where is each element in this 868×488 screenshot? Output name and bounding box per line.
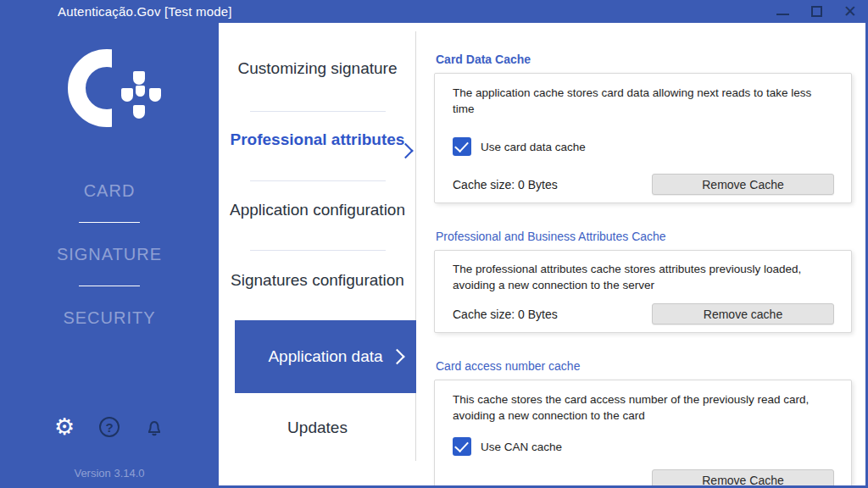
sidebar-divider bbox=[79, 286, 140, 286]
use-can-cache-row: Use CAN cache bbox=[453, 437, 834, 456]
section-box: This cache stores the card access number… bbox=[434, 380, 852, 488]
sidebar-item-signature[interactable]: SIGNATURE bbox=[0, 241, 219, 267]
maximize-icon bbox=[811, 6, 822, 17]
nav-separator bbox=[250, 180, 386, 181]
autenticacao-gov-logo bbox=[68, 49, 163, 130]
attributes-cache-section: Professional and Business Attributes Cac… bbox=[434, 230, 852, 333]
app-window: Autenticação.Gov [Test mode] ✕ bbox=[0, 0, 868, 488]
maximize-button[interactable] bbox=[805, 2, 827, 22]
sidebar-icon-row: ⚙ ? bbox=[0, 415, 219, 439]
nav-item-label: Professional attributes bbox=[231, 130, 405, 148]
use-card-data-cache-checkbox[interactable] bbox=[453, 137, 471, 156]
logo-shape bbox=[133, 71, 145, 85]
sidebar-item-card[interactable]: CARD bbox=[0, 178, 219, 203]
remove-can-cache-button[interactable]: Remove Cache bbox=[652, 469, 834, 488]
logo-c-arc bbox=[68, 49, 112, 129]
nav-separator bbox=[250, 111, 386, 112]
nav-item-label: Application data bbox=[268, 347, 382, 366]
minimize-icon bbox=[776, 14, 789, 15]
close-button[interactable]: ✕ bbox=[839, 2, 861, 22]
section-description: The professional attributes cache stores… bbox=[453, 261, 834, 293]
gear-icon: ⚙ bbox=[54, 415, 75, 439]
card-data-cache-section: Card Data Cache The application cache st… bbox=[434, 53, 852, 203]
section-description: This cache stores the card access number… bbox=[453, 391, 834, 424]
nav-item-professional-attributes[interactable]: Professional attributes bbox=[219, 129, 416, 173]
nav-item-signatures-configuration[interactable]: Signatures configuration bbox=[219, 269, 416, 313]
section-description: The application cache stores card data a… bbox=[453, 85, 834, 117]
application-data-panel: Card Data Cache The application cache st… bbox=[416, 23, 865, 488]
nav-separator bbox=[250, 250, 386, 251]
section-title: Professional and Business Attributes Cac… bbox=[436, 230, 852, 243]
sidebar-item-security[interactable]: SECURITY bbox=[0, 305, 219, 330]
remove-card-cache-button[interactable]: Remove Cache bbox=[652, 174, 834, 195]
sidebar-menu: CARD SIGNATURE SECURITY bbox=[0, 178, 219, 330]
sidebar-divider bbox=[79, 222, 140, 223]
title-bar: Autenticação.Gov [Test mode] ✕ bbox=[0, 0, 868, 23]
checkbox-label: Use card data cache bbox=[481, 141, 586, 153]
logo-shape bbox=[133, 105, 145, 119]
window-title: Autenticação.Gov [Test mode] bbox=[0, 4, 232, 19]
help-button[interactable]: ? bbox=[97, 415, 121, 439]
nav-item-application-data[interactable]: Application data bbox=[235, 320, 416, 393]
cache-actions-row: Remove Cache bbox=[453, 469, 834, 488]
settings-button[interactable]: ⚙ bbox=[53, 415, 76, 439]
cache-size-label: Cache size: 0 Bytes bbox=[453, 308, 558, 321]
cache-size-label: Cache size: 0 Bytes bbox=[453, 178, 558, 191]
checkbox-label: Use CAN cache bbox=[481, 441, 562, 453]
nav-item-customizing-signature[interactable]: Customizing signature bbox=[219, 58, 416, 102]
section-box: The application cache stores card data a… bbox=[434, 73, 852, 203]
version-label: Version 3.14.0 bbox=[0, 467, 219, 480]
bell-icon bbox=[143, 416, 165, 438]
remove-attributes-cache-button[interactable]: Remove cache bbox=[652, 303, 834, 324]
section-title: Card access number cache bbox=[436, 359, 852, 373]
use-card-data-cache-row: Use card data cache bbox=[453, 137, 834, 156]
logo-shape bbox=[136, 86, 145, 97]
use-can-cache-checkbox[interactable] bbox=[453, 437, 471, 456]
can-cache-section: Card access number cache This cache stor… bbox=[434, 359, 852, 488]
minimize-button[interactable] bbox=[771, 2, 793, 22]
logo-shape bbox=[149, 88, 161, 102]
close-icon: ✕ bbox=[843, 3, 857, 19]
logo-shape bbox=[121, 88, 133, 102]
nav-item-application-configuration[interactable]: Application configuration bbox=[219, 199, 416, 243]
cache-actions-row: Cache size: 0 Bytes Remove cache bbox=[453, 303, 834, 324]
question-icon: ? bbox=[99, 417, 120, 437]
cache-actions-row: Cache size: 0 Bytes Remove Cache bbox=[453, 174, 834, 195]
nav-item-updates[interactable]: Updates bbox=[219, 417, 416, 439]
settings-nav: Customizing signature Professional attri… bbox=[219, 23, 416, 488]
chevron-right-icon bbox=[389, 349, 404, 364]
notifications-button[interactable] bbox=[142, 415, 166, 439]
section-title: Card Data Cache bbox=[436, 53, 852, 66]
sidebar: CARD SIGNATURE SECURITY ⚙ ? Version 3.14… bbox=[0, 0, 219, 488]
section-box: The professional attributes cache stores… bbox=[434, 250, 852, 333]
window-controls: ✕ bbox=[771, 0, 861, 23]
